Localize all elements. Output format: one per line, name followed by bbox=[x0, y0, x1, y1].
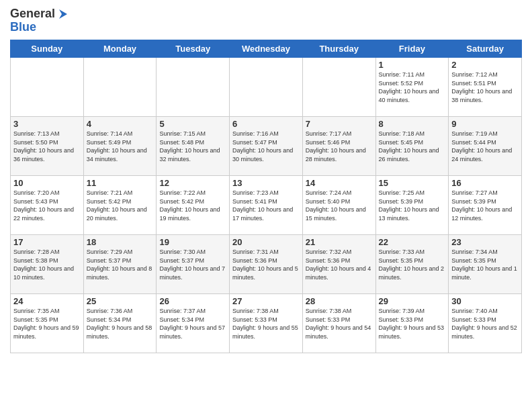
day-info: Sunrise: 7:19 AM Sunset: 5:44 PM Dayligh… bbox=[451, 130, 519, 163]
day-info: Sunrise: 7:16 AM Sunset: 5:47 PM Dayligh… bbox=[232, 130, 300, 163]
calendar-body: 1Sunrise: 7:11 AM Sunset: 5:52 PM Daylig… bbox=[11, 58, 522, 353]
calendar-day: 15Sunrise: 7:25 AM Sunset: 5:39 PM Dayli… bbox=[375, 176, 449, 235]
day-number: 21 bbox=[306, 237, 373, 247]
day-number: 24 bbox=[13, 296, 81, 306]
logo: General Blue bbox=[10, 7, 69, 34]
svg-marker-0 bbox=[59, 9, 67, 19]
weekday-header: Wednesday bbox=[230, 40, 303, 58]
calendar-day bbox=[157, 58, 230, 117]
day-number: 6 bbox=[232, 119, 300, 129]
weekday-header: Tuesday bbox=[157, 40, 230, 58]
day-info: Sunrise: 7:22 AM Sunset: 5:42 PM Dayligh… bbox=[159, 189, 226, 222]
day-number: 26 bbox=[159, 296, 226, 306]
calendar-week: 3Sunrise: 7:13 AM Sunset: 5:50 PM Daylig… bbox=[11, 117, 522, 176]
day-info: Sunrise: 7:12 AM Sunset: 5:51 PM Dayligh… bbox=[451, 71, 519, 104]
day-number: 13 bbox=[232, 178, 300, 188]
day-info: Sunrise: 7:18 AM Sunset: 5:45 PM Dayligh… bbox=[379, 130, 446, 163]
weekday-header: Sunday bbox=[11, 40, 84, 58]
day-number: 28 bbox=[306, 296, 373, 306]
calendar-day: 24Sunrise: 7:35 AM Sunset: 5:35 PM Dayli… bbox=[11, 294, 84, 353]
day-number: 12 bbox=[159, 178, 226, 188]
day-info: Sunrise: 7:20 AM Sunset: 5:43 PM Dayligh… bbox=[13, 189, 81, 222]
day-info: Sunrise: 7:27 AM Sunset: 5:39 PM Dayligh… bbox=[451, 189, 519, 222]
day-info: Sunrise: 7:32 AM Sunset: 5:36 PM Dayligh… bbox=[306, 248, 373, 281]
calendar-day: 5Sunrise: 7:15 AM Sunset: 5:48 PM Daylig… bbox=[157, 117, 230, 176]
calendar-day bbox=[11, 58, 84, 117]
calendar-day: 6Sunrise: 7:16 AM Sunset: 5:47 PM Daylig… bbox=[230, 117, 303, 176]
calendar-day bbox=[302, 58, 375, 117]
calendar-day: 8Sunrise: 7:18 AM Sunset: 5:45 PM Daylig… bbox=[375, 117, 449, 176]
calendar-table: SundayMondayTuesdayWednesdayThursdayFrid… bbox=[10, 40, 522, 353]
day-info: Sunrise: 7:39 AM Sunset: 5:33 PM Dayligh… bbox=[379, 307, 446, 340]
day-info: Sunrise: 7:34 AM Sunset: 5:35 PM Dayligh… bbox=[451, 248, 519, 281]
day-number: 22 bbox=[379, 237, 446, 247]
day-number: 10 bbox=[13, 178, 81, 188]
day-number: 23 bbox=[451, 237, 519, 247]
calendar-day: 14Sunrise: 7:24 AM Sunset: 5:40 PM Dayli… bbox=[302, 176, 375, 235]
day-number: 8 bbox=[379, 119, 446, 129]
calendar-day: 29Sunrise: 7:39 AM Sunset: 5:33 PM Dayli… bbox=[375, 294, 449, 353]
calendar-day: 1Sunrise: 7:11 AM Sunset: 5:52 PM Daylig… bbox=[375, 58, 449, 117]
calendar-day: 18Sunrise: 7:29 AM Sunset: 5:37 PM Dayli… bbox=[83, 235, 157, 294]
calendar-day: 28Sunrise: 7:38 AM Sunset: 5:33 PM Dayli… bbox=[302, 294, 375, 353]
day-info: Sunrise: 7:31 AM Sunset: 5:36 PM Dayligh… bbox=[232, 248, 300, 281]
day-number: 15 bbox=[379, 178, 446, 188]
day-number: 30 bbox=[451, 296, 519, 306]
day-number: 20 bbox=[232, 237, 300, 247]
day-info: Sunrise: 7:38 AM Sunset: 5:33 PM Dayligh… bbox=[306, 307, 373, 340]
calendar-week: 10Sunrise: 7:20 AM Sunset: 5:43 PM Dayli… bbox=[11, 176, 522, 235]
calendar-week: 17Sunrise: 7:28 AM Sunset: 5:38 PM Dayli… bbox=[11, 235, 522, 294]
day-info: Sunrise: 7:23 AM Sunset: 5:41 PM Dayligh… bbox=[232, 189, 300, 222]
day-number: 19 bbox=[159, 237, 226, 247]
day-number: 1 bbox=[379, 60, 446, 70]
calendar-day: 12Sunrise: 7:22 AM Sunset: 5:42 PM Dayli… bbox=[157, 176, 230, 235]
calendar-day: 20Sunrise: 7:31 AM Sunset: 5:36 PM Dayli… bbox=[230, 235, 303, 294]
calendar-day: 17Sunrise: 7:28 AM Sunset: 5:38 PM Dayli… bbox=[11, 235, 84, 294]
day-number: 27 bbox=[232, 296, 300, 306]
calendar-day: 9Sunrise: 7:19 AM Sunset: 5:44 PM Daylig… bbox=[449, 117, 522, 176]
calendar-week: 1Sunrise: 7:11 AM Sunset: 5:52 PM Daylig… bbox=[11, 58, 522, 117]
day-number: 4 bbox=[87, 119, 154, 129]
day-info: Sunrise: 7:38 AM Sunset: 5:33 PM Dayligh… bbox=[232, 307, 300, 340]
day-info: Sunrise: 7:15 AM Sunset: 5:48 PM Dayligh… bbox=[159, 130, 226, 163]
day-info: Sunrise: 7:29 AM Sunset: 5:37 PM Dayligh… bbox=[87, 248, 154, 281]
day-number: 3 bbox=[13, 119, 81, 129]
day-info: Sunrise: 7:24 AM Sunset: 5:40 PM Dayligh… bbox=[306, 189, 373, 222]
day-info: Sunrise: 7:17 AM Sunset: 5:46 PM Dayligh… bbox=[306, 130, 373, 163]
calendar-day: 22Sunrise: 7:33 AM Sunset: 5:35 PM Dayli… bbox=[375, 235, 449, 294]
day-info: Sunrise: 7:21 AM Sunset: 5:42 PM Dayligh… bbox=[87, 189, 154, 222]
calendar-day: 21Sunrise: 7:32 AM Sunset: 5:36 PM Dayli… bbox=[302, 235, 375, 294]
logo-text: General Blue bbox=[10, 7, 69, 34]
calendar-day: 11Sunrise: 7:21 AM Sunset: 5:42 PM Dayli… bbox=[83, 176, 157, 235]
weekday-row: SundayMondayTuesdayWednesdayThursdayFrid… bbox=[11, 40, 522, 58]
day-number: 7 bbox=[306, 119, 373, 129]
day-number: 11 bbox=[87, 178, 154, 188]
calendar-day bbox=[83, 58, 157, 117]
main-container: General Blue SundayMondayTuesdayWednesda… bbox=[0, 0, 532, 360]
day-info: Sunrise: 7:11 AM Sunset: 5:52 PM Dayligh… bbox=[379, 71, 446, 104]
page-header: General Blue bbox=[10, 7, 522, 34]
day-number: 17 bbox=[13, 237, 81, 247]
day-number: 9 bbox=[451, 119, 519, 129]
calendar-day: 27Sunrise: 7:38 AM Sunset: 5:33 PM Dayli… bbox=[230, 294, 303, 353]
calendar-day: 10Sunrise: 7:20 AM Sunset: 5:43 PM Dayli… bbox=[11, 176, 84, 235]
day-number: 16 bbox=[451, 178, 519, 188]
calendar-day: 4Sunrise: 7:14 AM Sunset: 5:49 PM Daylig… bbox=[83, 117, 157, 176]
calendar-day: 26Sunrise: 7:37 AM Sunset: 5:34 PM Dayli… bbox=[157, 294, 230, 353]
day-number: 2 bbox=[451, 60, 519, 70]
day-number: 14 bbox=[306, 178, 373, 188]
day-info: Sunrise: 7:40 AM Sunset: 5:33 PM Dayligh… bbox=[451, 307, 519, 340]
calendar-day: 2Sunrise: 7:12 AM Sunset: 5:51 PM Daylig… bbox=[449, 58, 522, 117]
day-info: Sunrise: 7:14 AM Sunset: 5:49 PM Dayligh… bbox=[87, 130, 154, 163]
day-number: 18 bbox=[87, 237, 154, 247]
calendar-day: 19Sunrise: 7:30 AM Sunset: 5:37 PM Dayli… bbox=[157, 235, 230, 294]
day-number: 5 bbox=[159, 119, 226, 129]
day-number: 29 bbox=[379, 296, 446, 306]
weekday-header: Thursday bbox=[302, 40, 375, 58]
calendar-header: SundayMondayTuesdayWednesdayThursdayFrid… bbox=[11, 40, 522, 58]
calendar-day: 3Sunrise: 7:13 AM Sunset: 5:50 PM Daylig… bbox=[11, 117, 84, 176]
weekday-header: Friday bbox=[375, 40, 449, 58]
day-info: Sunrise: 7:36 AM Sunset: 5:34 PM Dayligh… bbox=[87, 307, 154, 340]
day-info: Sunrise: 7:30 AM Sunset: 5:37 PM Dayligh… bbox=[159, 248, 226, 281]
calendar-day: 13Sunrise: 7:23 AM Sunset: 5:41 PM Dayli… bbox=[230, 176, 303, 235]
